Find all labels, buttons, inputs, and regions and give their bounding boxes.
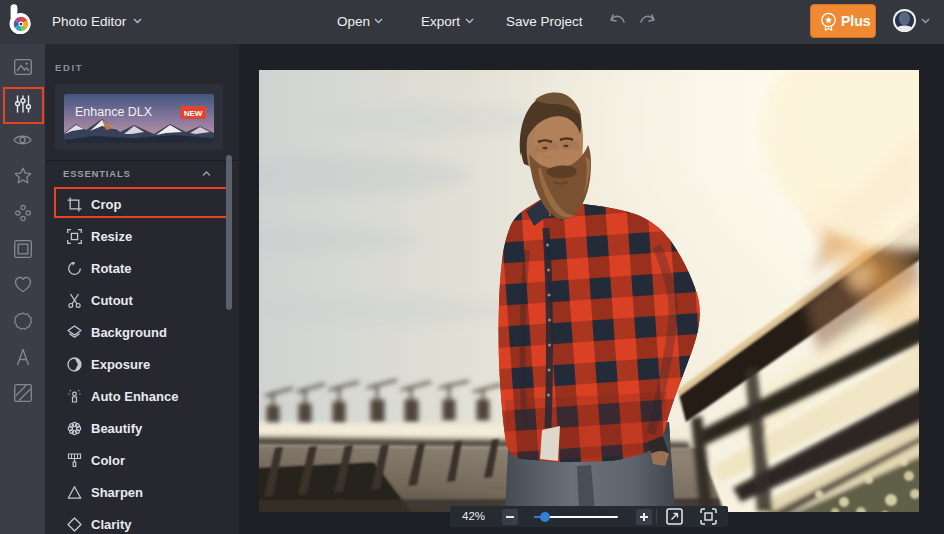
svg-text:NEW: NEW: [184, 109, 203, 118]
svg-text:Enhance DLX: Enhance DLX: [75, 105, 153, 119]
